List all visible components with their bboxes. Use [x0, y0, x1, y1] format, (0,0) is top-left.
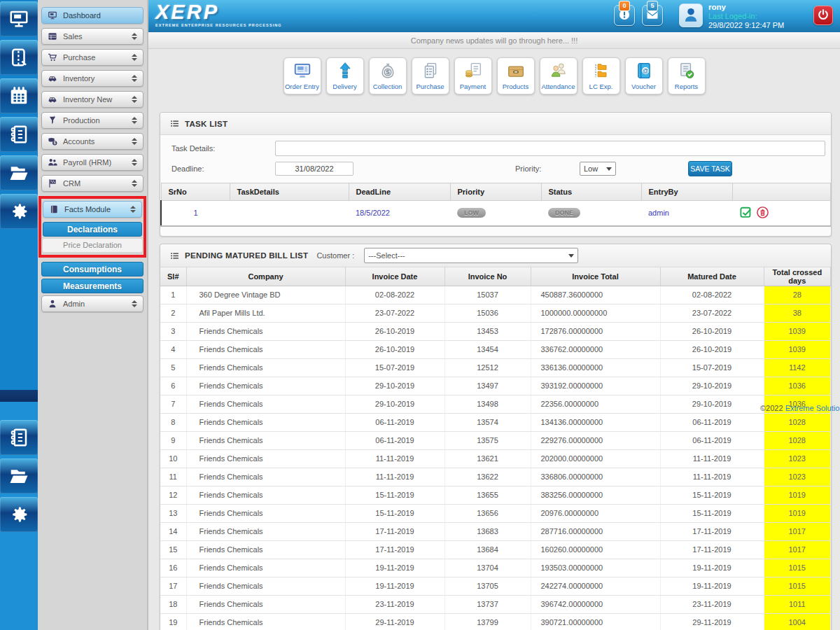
bill-matured-date: 15-07-2019: [660, 358, 764, 377]
bill-column-header: Company: [186, 267, 345, 286]
expand-collapse-icon[interactable]: [130, 206, 136, 213]
expand-collapse-icon[interactable]: [132, 180, 137, 187]
sidebar-item-admin[interactable]: Admin: [41, 295, 144, 312]
toolbar-delivery-button[interactable]: Delivery: [326, 57, 364, 94]
news-ticker: Company news updates will go through her…: [148, 32, 840, 49]
sidebar-item-inventory-new[interactable]: Inventory New: [41, 91, 144, 108]
expand-collapse-icon[interactable]: [132, 138, 137, 145]
expand-collapse-icon[interactable]: [132, 33, 137, 40]
sidebar-item-declarations[interactable]: Declarations: [43, 222, 142, 237]
bill-invoice-no: 13454: [444, 340, 531, 358]
sidebar-item-production[interactable]: Production: [41, 112, 144, 129]
bill-row: 11Friends Chemicals11-11-201913622336806…: [160, 468, 831, 486]
expand-collapse-icon[interactable]: [132, 117, 137, 124]
reports-icon: [678, 62, 696, 81]
user-avatar-button[interactable]: [679, 4, 703, 27]
bill-invoice-total: 1000000.00000000: [531, 304, 660, 322]
strip-gear-icon[interactable]: [0, 497, 38, 532]
bill-sl: 10: [160, 449, 186, 468]
toolbar-attendance-button[interactable]: Attendance: [540, 57, 578, 94]
mark-done-icon[interactable]: [739, 206, 752, 220]
left-icon-strip: [0, 0, 38, 630]
bill-crossed-days: 1028: [764, 431, 831, 449]
sidebar-item-label: Admin: [63, 300, 85, 308]
bill-matured-date: 11-11-2019: [660, 468, 764, 486]
sidebar-item-payroll-hrm[interactable]: Payroll (HRM): [41, 154, 144, 171]
sidebar-item-price-declaration[interactable]: Price Declaration: [43, 239, 142, 252]
strip-calendar-icon[interactable]: [0, 78, 38, 113]
logout-power-button[interactable]: [813, 6, 833, 25]
alerts-button[interactable]: 0: [614, 5, 635, 26]
strip-spiralbook-icon[interactable]: [0, 420, 38, 455]
sidebar-item-measurements[interactable]: Measurements: [41, 279, 144, 293]
strip-monitor-icon[interactable]: [0, 1, 38, 36]
toolbar-label: Order Entry: [285, 83, 319, 90]
bill-company: Friends Chemicals: [186, 540, 345, 559]
bill-company: Friends Chemicals: [186, 449, 345, 468]
bill-row: 18Friends Chemicals23-11-201913737396742…: [160, 595, 831, 613]
bill-invoice-no: 12512: [444, 358, 531, 377]
toolbar-order-entry-button[interactable]: Order Entry: [284, 57, 321, 94]
sidebar-item-consumptions[interactable]: Consumptions: [41, 262, 144, 276]
xerp-logo[interactable]: XERP EXTREME ENTERPRISE RESOURCES PROCES…: [155, 1, 282, 27]
strip-zipbook-icon[interactable]: [0, 40, 38, 75]
expand-collapse-icon[interactable]: [132, 96, 137, 103]
bill-sl: 18: [160, 595, 186, 613]
task-table: SrNoTaskDetailsDeadLinePriorityStatusEnt…: [160, 183, 831, 227]
strip-folder-icon[interactable]: [0, 458, 38, 493]
toolbar-payment-button[interactable]: Payment: [454, 57, 492, 94]
sidebar-item-dashboard[interactable]: Dashboard: [41, 7, 144, 24]
expand-collapse-icon[interactable]: [132, 300, 137, 307]
sidebar-item-label: Sales: [63, 32, 83, 41]
bill-invoice-total: 336762.00000000: [531, 340, 660, 358]
chevron-down-icon: [606, 167, 612, 171]
bill-invoice-total: 193503.00000000: [531, 559, 660, 577]
bill-invoice-date: 23-07-2022: [345, 304, 444, 322]
priority-select[interactable]: Low: [580, 162, 616, 176]
bill-invoice-no: 13574: [444, 413, 531, 431]
toolbar-lc-exp-button[interactable]: LC Exp.: [582, 57, 620, 94]
save-task-button[interactable]: SAVE TASK: [688, 161, 732, 176]
sidebar-item-inventory[interactable]: Inventory: [41, 70, 144, 87]
deadline-input[interactable]: [275, 162, 354, 176]
strip-folder-icon[interactable]: [0, 155, 38, 190]
delete-task-icon[interactable]: [756, 206, 769, 220]
copyright-company-link[interactable]: Extreme Solutions.: [785, 404, 840, 412]
expand-collapse-icon[interactable]: [132, 54, 137, 61]
task-details-input[interactable]: [275, 141, 825, 156]
bill-company: Friends Chemicals: [186, 431, 345, 449]
strip-spiralbook-icon[interactable]: [0, 117, 38, 152]
bill-company: Friends Chemicals: [186, 340, 345, 358]
expand-collapse-icon[interactable]: [132, 75, 137, 82]
task-priority-cell: LOW: [450, 201, 541, 226]
sidebar-item-crm[interactable]: CRM: [41, 175, 144, 192]
strip-gear-icon[interactable]: [0, 194, 38, 229]
messages-button[interactable]: 5: [642, 5, 663, 26]
bill-invoice-total: 287716.00000000: [531, 522, 660, 540]
bill-sl: 19: [160, 613, 186, 630]
sidebar-item-sales[interactable]: Sales: [41, 28, 144, 45]
sidebar-item-facts-module[interactable]: Facts Module: [43, 201, 142, 218]
toolbar-voucher-button[interactable]: @Voucher: [625, 57, 663, 94]
bill-invoice-date: 19-11-2019: [345, 577, 444, 595]
crm-icon: [48, 178, 57, 188]
toolbar-collection-button[interactable]: $Collection: [369, 57, 407, 94]
bill-company: Friends Chemicals: [186, 413, 345, 431]
sidebar-item-purchase[interactable]: Purchase: [41, 49, 144, 66]
bill-company: Friends Chemicals: [186, 613, 345, 630]
bill-row: 4Friends Chemicals26-10-201913454336762.…: [160, 340, 831, 358]
bill-panel-title: PENDING MATURED BILL LIST: [185, 251, 308, 260]
bill-invoice-date: 19-11-2019: [345, 559, 444, 577]
toolbar-label: LC Exp.: [589, 83, 613, 90]
toolbar-purchase-button[interactable]: Purchase: [412, 57, 449, 94]
customer-select[interactable]: ---Select---: [364, 248, 578, 263]
bill-crossed-days: 1142: [764, 358, 831, 377]
sidebar-item-accounts[interactable]: $Accounts: [41, 133, 144, 150]
expand-collapse-icon[interactable]: [132, 159, 137, 166]
toolbar-reports-button[interactable]: Reports: [668, 57, 706, 94]
bill-invoice-total: 336806.00000000: [531, 468, 660, 486]
list-icon: [170, 251, 179, 260]
toolbar-products-button[interactable]: Products: [497, 57, 535, 94]
task-status-cell: DONE: [541, 201, 641, 226]
bill-invoice-date: 15-11-2019: [345, 504, 444, 522]
